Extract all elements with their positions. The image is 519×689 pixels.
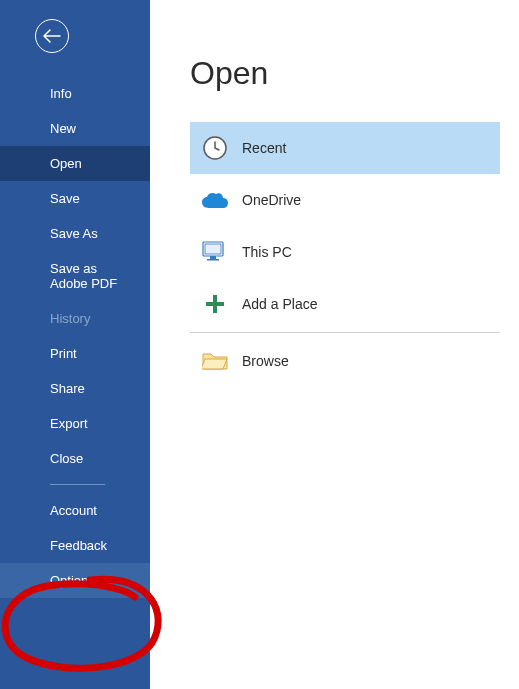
svg-rect-3	[210, 256, 216, 259]
svg-rect-2	[205, 244, 221, 254]
location-label: Add a Place	[242, 296, 318, 312]
sidebar-item-history: History	[0, 301, 150, 336]
sidebar-item-label: Export	[50, 416, 88, 431]
location-add-a-place[interactable]: Add a Place	[190, 278, 500, 330]
sidebar-item-feedback[interactable]: Feedback	[0, 528, 150, 563]
sidebar-item-info[interactable]: Info	[0, 76, 150, 111]
sidebar-item-label: Share	[50, 381, 85, 396]
open-location-list: Recent OneDrive This PC Add a Place	[190, 122, 500, 387]
sidebar-item-close[interactable]: Close	[0, 441, 150, 476]
sidebar-item-open[interactable]: Open	[0, 146, 150, 181]
sidebar-item-label: Close	[50, 451, 83, 466]
sidebar-item-label: Save	[50, 191, 80, 206]
sidebar-item-label: Open	[50, 156, 82, 171]
clock-icon	[198, 135, 232, 161]
back-button[interactable]	[35, 19, 69, 53]
location-recent[interactable]: Recent	[190, 122, 500, 174]
location-label: OneDrive	[242, 192, 301, 208]
sidebar-item-label: Info	[50, 86, 72, 101]
sidebar-item-label: Options	[50, 573, 95, 588]
location-onedrive[interactable]: OneDrive	[190, 174, 500, 226]
sidebar-item-label: History	[50, 311, 90, 326]
location-browse[interactable]: Browse	[190, 335, 500, 387]
sidebar-item-export[interactable]: Export	[0, 406, 150, 441]
location-divider	[190, 332, 500, 333]
sidebar-item-label: Print	[50, 346, 77, 361]
sidebar-item-label: Feedback	[50, 538, 107, 553]
sidebar-item-account[interactable]: Account	[0, 493, 150, 528]
sidebar-item-label: Save as Adobe PDF	[50, 261, 117, 291]
location-label: Recent	[242, 140, 286, 156]
plus-icon	[198, 294, 232, 314]
sidebar-item-save-as[interactable]: Save As	[0, 216, 150, 251]
page-title: Open	[190, 55, 519, 92]
location-this-pc[interactable]: This PC	[190, 226, 500, 278]
cloud-icon	[198, 191, 232, 209]
open-panel: Open Recent OneDrive This PC Add a Place	[150, 0, 519, 689]
sidebar-item-print[interactable]: Print	[0, 336, 150, 371]
location-label: Browse	[242, 353, 289, 369]
pc-icon	[198, 241, 232, 263]
sidebar-item-save-as-adobe-pdf[interactable]: Save as Adobe PDF	[0, 251, 150, 301]
sidebar-item-label: Save As	[50, 226, 98, 241]
svg-rect-6	[206, 302, 224, 306]
folder-icon	[198, 351, 232, 371]
sidebar-divider	[50, 484, 105, 485]
sidebar-item-options[interactable]: Options	[0, 563, 150, 598]
sidebar-item-new[interactable]: New	[0, 111, 150, 146]
backstage-sidebar: Info New Open Save Save As Save as Adobe…	[0, 0, 150, 689]
sidebar-item-label: Account	[50, 503, 97, 518]
location-label: This PC	[242, 244, 292, 260]
back-arrow-icon	[43, 29, 61, 43]
sidebar-item-label: New	[50, 121, 76, 136]
sidebar-item-share[interactable]: Share	[0, 371, 150, 406]
svg-rect-4	[207, 259, 219, 261]
sidebar-item-save[interactable]: Save	[0, 181, 150, 216]
